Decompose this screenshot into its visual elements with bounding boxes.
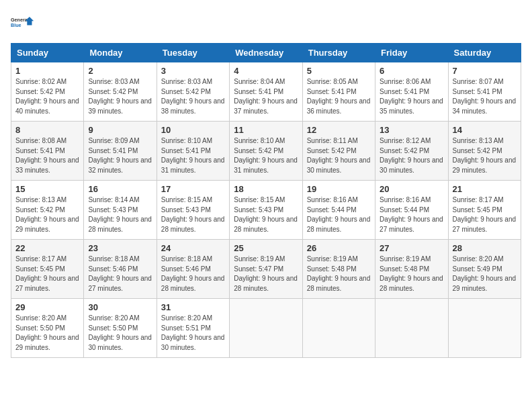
svg-text:General: General [11, 17, 29, 23]
day-number: 9 [88, 125, 152, 135]
calendar-cell: 7Sunrise: 8:07 AMSunset: 5:41 PMDaylight… [448, 62, 521, 122]
calendar-cell: 30Sunrise: 8:20 AMSunset: 5:50 PMDayligh… [84, 299, 157, 358]
calendar-cell: 22Sunrise: 8:17 AMSunset: 5:45 PMDayligh… [11, 240, 84, 299]
day-number: 31 [161, 302, 225, 312]
day-info: Sunrise: 8:15 AMSunset: 5:43 PMDaylight:… [161, 195, 225, 234]
calendar-table: SundayMondayTuesdayWednesdayThursdayFrid… [11, 43, 521, 358]
day-number: 1 [15, 66, 79, 76]
day-info: Sunrise: 8:16 AMSunset: 5:44 PMDaylight:… [380, 195, 443, 234]
day-number: 26 [307, 243, 371, 253]
col-header-tuesday: Tuesday [157, 44, 229, 62]
calendar-cell: 9Sunrise: 8:09 AMSunset: 5:41 PMDaylight… [84, 122, 157, 181]
day-info: Sunrise: 8:08 AMSunset: 5:41 PMDaylight:… [15, 136, 79, 175]
calendar-cell: 5Sunrise: 8:05 AMSunset: 5:41 PMDaylight… [302, 62, 375, 122]
col-header-thursday: Thursday [302, 44, 375, 62]
day-info: Sunrise: 8:07 AMSunset: 5:41 PMDaylight:… [453, 77, 517, 116]
day-number: 20 [380, 184, 443, 194]
day-number: 17 [161, 184, 225, 194]
col-header-friday: Friday [375, 44, 448, 62]
calendar-cell [375, 299, 448, 358]
day-info: Sunrise: 8:05 AMSunset: 5:41 PMDaylight:… [307, 77, 371, 116]
calendar-cell: 6Sunrise: 8:06 AMSunset: 5:41 PMDaylight… [375, 62, 448, 122]
calendar-week-4: 22Sunrise: 8:17 AMSunset: 5:45 PMDayligh… [11, 240, 521, 299]
logo: GeneralBlue [11, 11, 35, 35]
day-number: 11 [234, 125, 298, 135]
day-number: 7 [453, 66, 517, 76]
day-info: Sunrise: 8:11 AMSunset: 5:42 PMDaylight:… [307, 136, 371, 175]
day-number: 15 [15, 184, 79, 194]
day-info: Sunrise: 8:20 AMSunset: 5:51 PMDaylight:… [161, 314, 225, 353]
day-info: Sunrise: 8:18 AMSunset: 5:46 PMDaylight:… [88, 255, 152, 293]
day-number: 12 [307, 125, 371, 135]
day-number: 23 [88, 243, 152, 253]
day-info: Sunrise: 8:06 AMSunset: 5:41 PMDaylight:… [380, 77, 443, 116]
day-number: 6 [380, 66, 443, 76]
calendar-cell: 15Sunrise: 8:13 AMSunset: 5:42 PMDayligh… [11, 181, 84, 240]
day-number: 14 [453, 125, 517, 135]
day-info: Sunrise: 8:12 AMSunset: 5:42 PMDaylight:… [380, 136, 443, 175]
day-number: 22 [15, 243, 79, 253]
calendar-cell: 13Sunrise: 8:12 AMSunset: 5:42 PMDayligh… [375, 122, 448, 181]
calendar-cell: 20Sunrise: 8:16 AMSunset: 5:44 PMDayligh… [375, 181, 448, 240]
calendar-cell: 17Sunrise: 8:15 AMSunset: 5:43 PMDayligh… [157, 181, 229, 240]
day-number: 18 [234, 184, 298, 194]
day-info: Sunrise: 8:19 AMSunset: 5:48 PMDaylight:… [307, 255, 371, 293]
day-number: 5 [307, 66, 371, 76]
col-header-sunday: Sunday [11, 44, 84, 62]
calendar-cell: 12Sunrise: 8:11 AMSunset: 5:42 PMDayligh… [302, 122, 375, 181]
calendar-cell: 3Sunrise: 8:03 AMSunset: 5:42 PMDaylight… [157, 62, 229, 122]
day-info: Sunrise: 8:18 AMSunset: 5:46 PMDaylight:… [161, 255, 225, 293]
calendar-week-2: 8Sunrise: 8:08 AMSunset: 5:41 PMDaylight… [11, 122, 521, 181]
col-header-saturday: Saturday [448, 44, 521, 62]
calendar-week-1: 1Sunrise: 8:02 AMSunset: 5:42 PMDaylight… [11, 62, 521, 122]
day-info: Sunrise: 8:17 AMSunset: 5:45 PMDaylight:… [453, 195, 517, 234]
calendar-cell: 31Sunrise: 8:20 AMSunset: 5:51 PMDayligh… [157, 299, 229, 358]
calendar-week-3: 15Sunrise: 8:13 AMSunset: 5:42 PMDayligh… [11, 181, 521, 240]
col-header-wednesday: Wednesday [230, 44, 302, 62]
day-info: Sunrise: 8:13 AMSunset: 5:42 PMDaylight:… [453, 136, 517, 175]
day-number: 3 [161, 66, 225, 76]
day-info: Sunrise: 8:19 AMSunset: 5:47 PMDaylight:… [234, 255, 298, 293]
page-header: GeneralBlue [11, 11, 521, 35]
day-info: Sunrise: 8:20 AMSunset: 5:50 PMDaylight:… [88, 314, 152, 353]
day-number: 27 [380, 243, 443, 253]
day-number: 13 [380, 125, 443, 135]
calendar-cell [448, 299, 521, 358]
day-number: 25 [234, 243, 298, 253]
day-info: Sunrise: 8:09 AMSunset: 5:41 PMDaylight:… [88, 136, 152, 175]
calendar-cell: 11Sunrise: 8:10 AMSunset: 5:42 PMDayligh… [230, 122, 302, 181]
day-info: Sunrise: 8:20 AMSunset: 5:49 PMDaylight:… [453, 255, 517, 293]
calendar-cell: 14Sunrise: 8:13 AMSunset: 5:42 PMDayligh… [448, 122, 521, 181]
day-number: 24 [161, 243, 225, 253]
day-info: Sunrise: 8:04 AMSunset: 5:41 PMDaylight:… [234, 77, 298, 116]
calendar-cell: 26Sunrise: 8:19 AMSunset: 5:48 PMDayligh… [302, 240, 375, 299]
day-info: Sunrise: 8:15 AMSunset: 5:43 PMDaylight:… [234, 195, 298, 234]
calendar-cell: 4Sunrise: 8:04 AMSunset: 5:41 PMDaylight… [230, 62, 302, 122]
day-info: Sunrise: 8:13 AMSunset: 5:42 PMDaylight:… [15, 195, 79, 234]
day-info: Sunrise: 8:03 AMSunset: 5:42 PMDaylight:… [88, 77, 152, 116]
day-info: Sunrise: 8:20 AMSunset: 5:50 PMDaylight:… [15, 314, 79, 353]
day-number: 29 [15, 302, 79, 312]
day-number: 8 [15, 125, 79, 135]
calendar-cell: 2Sunrise: 8:03 AMSunset: 5:42 PMDaylight… [84, 62, 157, 122]
day-number: 28 [453, 243, 517, 253]
day-number: 2 [88, 66, 152, 76]
svg-text:Blue: Blue [11, 22, 21, 28]
day-info: Sunrise: 8:10 AMSunset: 5:41 PMDaylight:… [161, 136, 225, 175]
day-info: Sunrise: 8:19 AMSunset: 5:48 PMDaylight:… [380, 255, 443, 293]
calendar-cell: 25Sunrise: 8:19 AMSunset: 5:47 PMDayligh… [230, 240, 302, 299]
calendar-cell: 23Sunrise: 8:18 AMSunset: 5:46 PMDayligh… [84, 240, 157, 299]
calendar-cell: 21Sunrise: 8:17 AMSunset: 5:45 PMDayligh… [448, 181, 521, 240]
calendar-cell: 19Sunrise: 8:16 AMSunset: 5:44 PMDayligh… [302, 181, 375, 240]
day-number: 30 [88, 302, 152, 312]
day-info: Sunrise: 8:16 AMSunset: 5:44 PMDaylight:… [307, 195, 371, 234]
calendar-week-5: 29Sunrise: 8:20 AMSunset: 5:50 PMDayligh… [11, 299, 521, 358]
logo-icon: GeneralBlue [11, 11, 35, 35]
calendar-cell: 27Sunrise: 8:19 AMSunset: 5:48 PMDayligh… [375, 240, 448, 299]
day-number: 16 [88, 184, 152, 194]
calendar-cell: 16Sunrise: 8:14 AMSunset: 5:43 PMDayligh… [84, 181, 157, 240]
calendar-cell: 28Sunrise: 8:20 AMSunset: 5:49 PMDayligh… [448, 240, 521, 299]
col-header-monday: Monday [84, 44, 157, 62]
calendar-header-row: SundayMondayTuesdayWednesdayThursdayFrid… [11, 44, 521, 62]
calendar-cell: 10Sunrise: 8:10 AMSunset: 5:41 PMDayligh… [157, 122, 229, 181]
